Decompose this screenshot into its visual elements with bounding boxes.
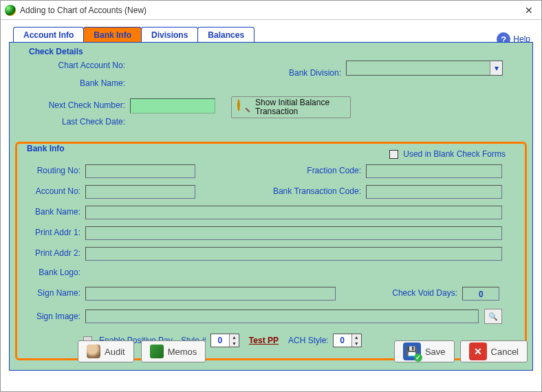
cancel-button[interactable]: ✕ Cancel (460, 340, 528, 362)
tab-bank-info[interactable]: Bank Info (83, 27, 142, 42)
account-no-input[interactable] (85, 185, 195, 199)
sign-name-input[interactable] (85, 287, 336, 301)
fraction-code-input[interactable] (366, 164, 502, 178)
next-check-number-input[interactable] (130, 98, 215, 113)
show-initial-balance-label: Show Initial Balance Transaction (255, 98, 345, 116)
check-void-days-label: Check Void Days: (375, 288, 457, 298)
tab-divisions[interactable]: Divisions (141, 27, 198, 42)
print-addr2-input[interactable] (85, 247, 502, 261)
main-pane: Check Details Chart Account No: Bank Div… (9, 42, 533, 371)
tab-balances[interactable]: Balances (197, 27, 254, 42)
check-details-legend: Check Details (26, 47, 86, 56)
close-icon: ✕ (469, 342, 487, 360)
used-blank-forms-checkbox[interactable] (389, 150, 398, 159)
bank-division-select[interactable]: ▾ (346, 61, 503, 76)
check-void-days-input[interactable]: 0 (462, 287, 499, 301)
titlebar: Adding to Chart of Accounts (New) ✕ (1, 1, 541, 20)
bank-name-label: Bank Name: (23, 207, 80, 217)
bank-tx-code-input[interactable] (366, 185, 502, 199)
memos-button[interactable]: Memos (141, 340, 206, 362)
sign-name-label: Sign Name: (23, 288, 80, 298)
search-icon: 🔍 (488, 312, 498, 321)
sign-image-label: Sign Image: (23, 312, 80, 321)
bank-info-legend: Bank Info (27, 144, 65, 153)
search-icon (237, 100, 251, 114)
bank-name-input[interactable] (85, 206, 502, 219)
browse-sign-image-button[interactable]: 🔍 (484, 309, 502, 324)
print-addr1-label: Print Addr 1: (23, 228, 80, 237)
window-title: Adding to Chart of Accounts (New) (20, 6, 521, 15)
book-icon (150, 345, 164, 358)
tab-account-info[interactable]: Account Info (13, 27, 84, 42)
app-icon (5, 5, 16, 16)
chart-account-no-label: Chart Account No: (22, 61, 125, 70)
tabstrip: Account Info Bank Info Divisions Balance… (13, 27, 541, 42)
print-addr1-input[interactable] (85, 226, 502, 240)
routing-no-input[interactable] (85, 164, 195, 178)
save-icon: ✓ 💾 (403, 342, 421, 360)
person-search-icon (87, 345, 100, 358)
save-button[interactable]: ✓ 💾 Save (394, 340, 455, 362)
show-initial-balance-button[interactable]: Show Initial Balance Transaction (231, 96, 351, 118)
sign-image-input[interactable] (85, 309, 479, 323)
last-check-date-label: Last Check Date: (22, 117, 125, 127)
print-addr2-label: Print Addr 2: (23, 248, 80, 258)
bank-tx-code-label: Bank Transaction Code: (247, 186, 361, 196)
audit-button[interactable]: Audit (78, 340, 134, 362)
check-details-group: Check Details Chart Account No: Bank Div… (22, 51, 520, 139)
next-check-number-label: Next Check Number: (22, 100, 125, 110)
bank-info-panel: Bank Info Used in Blank Check Forms Rout… (15, 142, 527, 360)
routing-no-label: Routing No: (23, 166, 80, 175)
chevron-down-icon: ▾ (490, 61, 502, 75)
fraction-code-label: Fraction Code: (279, 166, 361, 175)
used-blank-forms-label: Used in Blank Check Forms (403, 149, 506, 159)
close-icon[interactable]: ✕ (521, 5, 537, 16)
bottom-bar: Audit Memos ✓ 💾 Save ✕ Cancel (1, 338, 541, 365)
bank-logo-label: Bank Logo: (23, 268, 80, 277)
bank-name-cd-label: Bank Name: (22, 78, 125, 88)
account-no-label: Account No: (23, 186, 80, 196)
bank-division-label: Bank Division: (259, 68, 341, 78)
